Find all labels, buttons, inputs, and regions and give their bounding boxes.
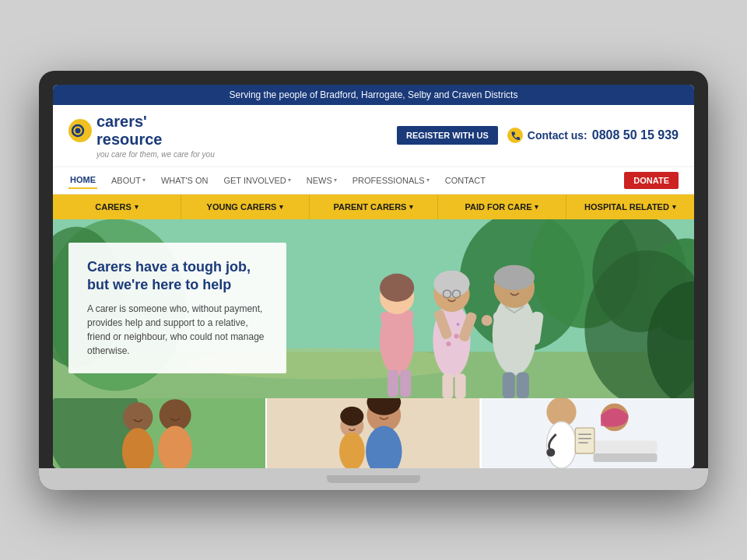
svg-point-22 (446, 341, 451, 346)
thumbnail-2[interactable] (267, 398, 481, 468)
top-bar: Serving the people of Bradford, Harrogat… (53, 85, 694, 105)
subnav-parent-carers[interactable]: PARENT CARERS ▾ (310, 194, 438, 219)
laptop-hinge (327, 475, 420, 483)
nav-whats-on[interactable]: WHAT'S ON (160, 173, 210, 188)
svg-rect-32 (442, 373, 453, 398)
svg-point-58 (546, 421, 576, 467)
chevron-down-icon: ▾ (288, 177, 291, 184)
chevron-down-icon: ▾ (535, 203, 538, 211)
chevron-down-icon: ▾ (334, 177, 337, 184)
thumbnail-1[interactable] (53, 398, 267, 468)
laptop-base (39, 468, 708, 490)
subnav-carers[interactable]: CARERS ▾ (53, 194, 181, 219)
svg-rect-40 (517, 372, 529, 398)
svg-point-2 (75, 128, 81, 133)
site-header: carers' resource you care for them, we c… (53, 105, 694, 167)
phone-number: 0808 50 15 939 (592, 128, 679, 142)
svg-point-25 (433, 270, 469, 296)
logo-text: carers' resource (96, 113, 163, 149)
hero-description: A carer is someone who, without payment,… (87, 302, 268, 358)
contact-info: Contact us: 0808 50 15 939 (507, 128, 679, 143)
logo-tagline: you care for them, we care for you (96, 150, 215, 159)
header-right: REGISTER WITH US Contact us: 0808 50 15 … (397, 126, 679, 145)
donate-button[interactable]: DONATE (624, 172, 679, 189)
top-bar-text: Serving the people of Bradford, Harrogat… (230, 89, 518, 100)
chevron-down-icon: ▾ (135, 203, 139, 211)
logo[interactable]: carers' resource (68, 113, 215, 149)
laptop-frame: Serving the people of Bradford, Harrogat… (39, 71, 708, 490)
svg-rect-33 (455, 373, 466, 398)
hero-content-box: Carers have a tough job, but we're here … (68, 243, 286, 374)
svg-point-55 (341, 406, 364, 425)
nav-about[interactable]: ABOUT ▾ (110, 173, 147, 188)
nav-professionals[interactable]: PROFESSIONALS ▾ (351, 173, 431, 188)
svg-point-14 (380, 273, 414, 301)
nav-get-involved[interactable]: GET INVOLVED ▾ (222, 173, 292, 188)
chevron-down-icon: ▾ (426, 177, 430, 184)
hero-title: Carers have a tough job, but we're here … (87, 258, 268, 295)
laptop-screen: Serving the people of Bradford, Harrogat… (53, 85, 694, 468)
logo-area: carers' resource you care for them, we c… (68, 113, 215, 159)
svg-point-23 (457, 323, 460, 326)
svg-rect-63 (575, 428, 594, 453)
thumbnail-3[interactable] (482, 398, 694, 468)
nav-news[interactable]: NEWS ▾ (305, 173, 338, 188)
svg-point-36 (494, 264, 535, 289)
svg-point-45 (123, 402, 153, 432)
subnav-paid-for-care[interactable]: PAID FOR CARE ▾ (438, 194, 566, 219)
chevron-down-icon: ▾ (672, 203, 676, 211)
svg-rect-17 (388, 369, 398, 397)
svg-point-21 (454, 334, 459, 338)
nav-contact[interactable]: CONTACT (444, 173, 487, 188)
svg-point-31 (482, 315, 493, 326)
register-button[interactable]: REGISTER WITH US (397, 126, 498, 145)
subnav-hospital-related[interactable]: HOSPITAL RELATED ▾ (566, 194, 694, 219)
nav-home[interactable]: HOME (68, 172, 97, 189)
hero-section: Carers have a tough job, but we're here … (53, 219, 694, 398)
svg-rect-61 (593, 440, 657, 453)
chevron-down-icon: ▾ (142, 177, 146, 184)
phone-icon (507, 128, 523, 143)
svg-rect-18 (400, 369, 411, 397)
chevron-down-icon: ▾ (279, 203, 283, 211)
subnav-young-carers[interactable]: YOUNG CARERS ▾ (181, 194, 310, 219)
logo-icon (68, 119, 92, 142)
svg-rect-62 (593, 453, 657, 461)
svg-rect-39 (503, 372, 515, 398)
main-nav: HOME ABOUT ▾ WHAT'S ON GET INVOLVED ▾ NE… (53, 167, 694, 194)
thumbnail-row (53, 398, 694, 468)
chevron-down-icon: ▾ (409, 203, 413, 211)
svg-point-59 (546, 448, 555, 457)
contact-label: Contact us: (528, 129, 587, 142)
sub-nav: CARERS ▾ YOUNG CARERS ▾ PARENT CARERS ▾ … (53, 194, 694, 219)
